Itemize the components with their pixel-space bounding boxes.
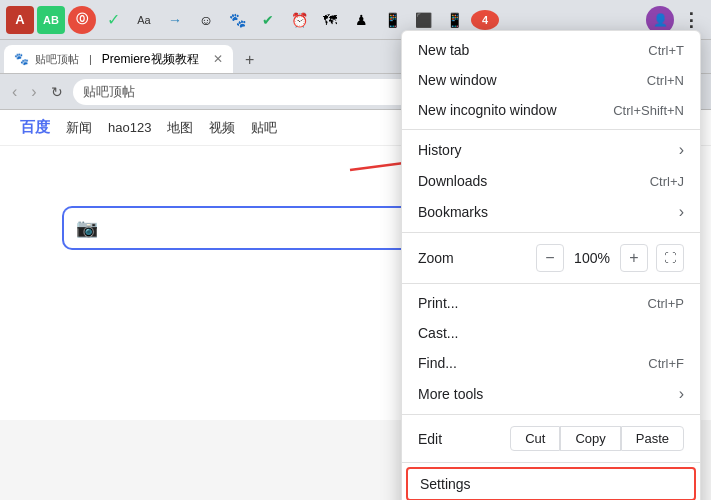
zoom-fullscreen-button[interactable]: ⛶ xyxy=(656,244,684,272)
reload-button[interactable]: ↻ xyxy=(47,84,67,100)
active-tab[interactable]: 🐾 贴吧顶帖 | Premiere视频教程 ✕ xyxy=(4,45,233,73)
menu-divider xyxy=(402,414,700,415)
zoom-value: 100% xyxy=(572,250,612,266)
menu-item-cast---[interactable]: Cast... xyxy=(402,318,700,348)
paste-button[interactable]: Paste xyxy=(621,426,684,451)
zoom-minus-button[interactable]: − xyxy=(536,244,564,272)
forward-button[interactable]: › xyxy=(27,83,40,101)
app-icon-ab[interactable]: AB xyxy=(37,6,65,34)
nav-link-map[interactable]: 地图 xyxy=(167,119,193,137)
app-icon-check[interactable]: ✓ xyxy=(99,6,127,34)
menu-item-label: Find... xyxy=(418,355,648,371)
menu-item-new-incognito-window[interactable]: New incognito windowCtrl+Shift+N xyxy=(402,95,700,125)
zoom-label: Zoom xyxy=(418,250,528,266)
app-icon-paw[interactable]: 🐾 xyxy=(223,6,251,34)
app-icon-game[interactable]: ♟ xyxy=(347,6,375,34)
menu-item-arrow-icon: › xyxy=(679,203,684,221)
nav-link-hao123[interactable]: hao123 xyxy=(108,120,151,135)
menu-item-shortcut: Ctrl+J xyxy=(650,174,684,189)
edit-row: Edit Cut Copy Paste xyxy=(402,419,700,458)
app-icon-circle[interactable]: ⓪ xyxy=(68,6,96,34)
camera-icon[interactable]: 📷 xyxy=(76,217,98,239)
menu-item-label: Print... xyxy=(418,295,648,311)
menu-item-label: More tools xyxy=(418,386,679,402)
menu-item-label: Downloads xyxy=(418,173,650,189)
menu-item-label: New tab xyxy=(418,42,648,58)
menu-item-new-tab[interactable]: New tabCtrl+T xyxy=(402,35,700,65)
menu-item-more-tools[interactable]: More tools› xyxy=(402,378,700,410)
menu-divider xyxy=(402,232,700,233)
menu-item-shortcut: Ctrl+T xyxy=(648,43,684,58)
menu-item-label: Cast... xyxy=(418,325,684,341)
app-icon-check2[interactable]: ✔ xyxy=(254,6,282,34)
menu-item-arrow-icon: › xyxy=(679,141,684,159)
app-icon-text[interactable]: Aa xyxy=(130,6,158,34)
zoom-row: Zoom − 100% + ⛶ xyxy=(402,237,700,279)
menu-item-find---[interactable]: Find...Ctrl+F xyxy=(402,348,700,378)
menu-item-settings[interactable]: Settings xyxy=(406,467,696,500)
menu-item-shortcut: Ctrl+N xyxy=(647,73,684,88)
nav-link-video[interactable]: 视频 xyxy=(209,119,235,137)
app-icon-badge[interactable]: 4 xyxy=(471,10,499,30)
menu-item-label: New incognito window xyxy=(418,102,613,118)
tab-label: Premiere视频教程 xyxy=(102,51,199,68)
address-text: 贴吧顶帖 xyxy=(83,83,135,101)
app-icon-smiley[interactable]: ☺ xyxy=(192,6,220,34)
menu-item-label: History xyxy=(418,142,679,158)
tab-separator: | xyxy=(89,53,92,65)
app-icon-a[interactable]: A xyxy=(6,6,34,34)
app-icon-map[interactable]: 🗺 xyxy=(316,6,344,34)
tab-favicon: 🐾 xyxy=(14,52,29,66)
tab-close-icon[interactable]: ✕ xyxy=(213,52,223,66)
menu-item-shortcut: Ctrl+F xyxy=(648,356,684,371)
baidu-logo: 百度 xyxy=(20,118,50,137)
menu-item-new-window[interactable]: New windowCtrl+N xyxy=(402,65,700,95)
nav-link-news[interactable]: 新闻 xyxy=(66,119,92,137)
menu-item-print---[interactable]: Print...Ctrl+P xyxy=(402,288,700,318)
app-icon-arrow[interactable]: → xyxy=(161,6,189,34)
menu-divider xyxy=(402,283,700,284)
nav-link-tieba[interactable]: 贴吧 xyxy=(251,119,277,137)
menu-item-shortcut: Ctrl+P xyxy=(648,296,684,311)
new-tab-button[interactable]: + xyxy=(237,47,263,73)
menu-item-shortcut: Ctrl+Shift+N xyxy=(613,103,684,118)
menu-item-bookmarks[interactable]: Bookmarks› xyxy=(402,196,700,228)
menu-divider xyxy=(402,462,700,463)
menu-item-label: New window xyxy=(418,72,647,88)
app-icon-phone[interactable]: 📱 xyxy=(378,6,406,34)
cut-button[interactable]: Cut xyxy=(510,426,560,451)
menu-item-history[interactable]: History› xyxy=(402,134,700,166)
menu-item-label: Settings xyxy=(420,476,682,492)
zoom-plus-button[interactable]: + xyxy=(620,244,648,272)
context-menu: New tabCtrl+TNew windowCtrl+NNew incogni… xyxy=(401,30,701,500)
tab-site-label: 贴吧顶帖 xyxy=(35,52,79,67)
menu-item-label: Bookmarks xyxy=(418,204,679,220)
back-button[interactable]: ‹ xyxy=(8,83,21,101)
menu-divider xyxy=(402,129,700,130)
copy-button[interactable]: Copy xyxy=(560,426,620,451)
menu-item-arrow-icon: › xyxy=(679,385,684,403)
edit-label: Edit xyxy=(418,431,510,447)
menu-item-downloads[interactable]: DownloadsCtrl+J xyxy=(402,166,700,196)
app-icon-clock[interactable]: ⏰ xyxy=(285,6,313,34)
